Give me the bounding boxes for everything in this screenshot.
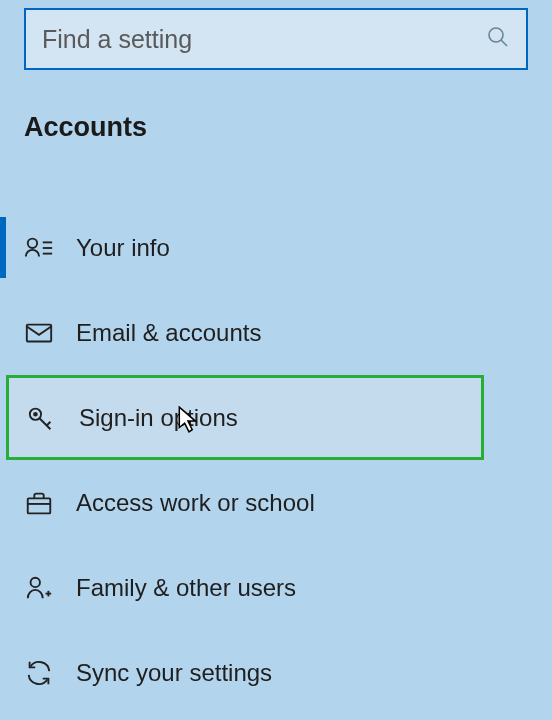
briefcase-icon — [24, 488, 76, 518]
nav-item-label: Your info — [76, 234, 170, 262]
nav-item-label: Family & other users — [76, 574, 296, 602]
nav-item-sync-settings[interactable]: Sync your settings — [0, 630, 552, 715]
svg-point-0 — [489, 28, 503, 42]
mail-icon — [24, 318, 76, 348]
nav-item-family-users[interactable]: Family & other users — [0, 545, 552, 630]
svg-point-8 — [34, 412, 37, 415]
nav-item-access-work-school[interactable]: Access work or school — [0, 460, 552, 545]
svg-point-11 — [31, 577, 40, 586]
search-input[interactable] — [42, 25, 486, 54]
svg-line-1 — [501, 40, 507, 46]
nav-item-label: Sign-in options — [79, 404, 238, 432]
person-add-icon — [24, 573, 76, 603]
sync-icon — [24, 658, 76, 688]
nav-item-label: Access work or school — [76, 489, 315, 517]
nav-item-label: Email & accounts — [76, 319, 261, 347]
svg-rect-6 — [27, 324, 51, 341]
nav-item-label: Sync your settings — [76, 659, 272, 687]
nav-item-sign-in-options[interactable]: Sign-in options — [6, 375, 484, 460]
nav-list: Your info Email & accounts Sign-in optio… — [0, 205, 552, 715]
svg-point-2 — [28, 238, 37, 247]
key-icon — [27, 403, 79, 433]
section-title-accounts: Accounts — [0, 70, 552, 143]
nav-item-email-accounts[interactable]: Email & accounts — [0, 290, 552, 375]
nav-item-your-info[interactable]: Your info — [0, 205, 552, 290]
search-box[interactable] — [24, 8, 528, 70]
svg-rect-9 — [28, 498, 51, 513]
search-icon — [486, 25, 510, 53]
person-card-icon — [24, 233, 76, 263]
